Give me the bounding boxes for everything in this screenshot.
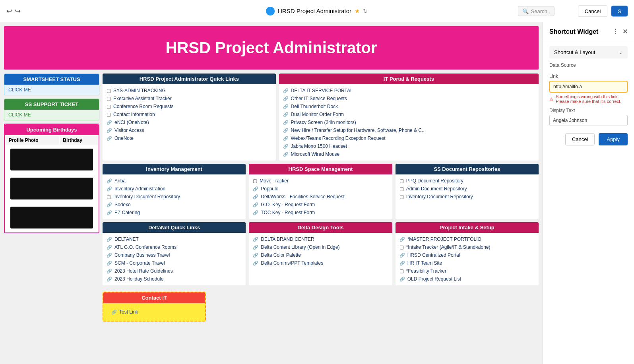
list-item[interactable]: 🔗Company Business Travel [107,251,242,259]
it-portal-cell: IT Portal & Requests 🔗DELTA IT SERVICE P… [279,74,539,161]
list-item[interactable]: 🔗Delta Color Palette [253,251,388,259]
doc-icon: ▢ [107,194,111,199]
shortcut-cancel-button[interactable]: Cancel [565,133,595,145]
smartsheet-status-box: SMARTSHEET STATUS CLICK ME [4,74,99,95]
main-panel: HRSD Project Administrator Quick Links ▢… [103,74,539,321]
list-item[interactable]: ▢SYS-ADMIN TRACKING [107,87,272,95]
delta-design-cell: Delta Design Tools 🔗DELTA BRAND CENTER 🔗… [249,222,392,285]
list-item[interactable]: ▢Executive Assistant Tracker [107,95,272,103]
ss-support-click-link[interactable]: CLICK ME [4,110,99,120]
banner: HRSD Project Administrator [4,26,539,70]
apply-button[interactable]: Apply [599,133,628,145]
ss-document-list: ▢PPQ Document Repository ▢Admin Document… [396,174,539,203]
list-item[interactable]: 🔗TOC Key - Request Form [253,209,388,217]
save-button[interactable]: S [611,6,628,16]
list-item[interactable]: 🔗Test Link [111,308,197,316]
list-item[interactable]: ▢*Feasibility Tracker [399,267,535,275]
list-item[interactable]: 🔗Other IT Service Requests [283,95,535,103]
shortcut-panel-body: Shortcut & Layout ⌄ Data Source Link ⚠ S… [543,41,634,364]
list-item[interactable]: ▢Admin Document Repository [399,185,535,193]
list-item[interactable]: 🔗Jabra Mono 1500 Headset [283,142,535,150]
doc-icon: ▢ [107,88,111,93]
chevron-down-icon: ⌄ [618,49,623,55]
link-icon: 🔗 [107,178,112,184]
list-item[interactable]: 🔗Poppulo [253,185,388,193]
list-item[interactable]: ▢*Intake Tracker (Agile/IT & Stand-alone… [399,243,535,251]
link-icon: 🔗 [107,261,112,266]
list-item[interactable]: 🔗HR IT Team Site [399,259,535,267]
doc-icon: ▢ [107,112,111,117]
cancel-button[interactable]: Cancel [578,5,607,17]
table-row [6,203,98,232]
search-bar[interactable]: 🔍 Search . [518,6,555,16]
list-item[interactable]: 🔗Privacy Screen (24in monitors) [283,118,535,126]
doc-icon: ▢ [253,178,257,184]
list-item[interactable]: 🔗OneNote [107,134,272,142]
list-item[interactable]: 🔗Webex/Teams Recording Exception Request [283,134,535,142]
list-item[interactable]: 🔗2023 Holiday Schedule [107,275,242,283]
link-input[interactable] [549,81,628,93]
display-text-input[interactable] [549,115,628,126]
doc-icon: ▢ [107,104,111,109]
list-item[interactable]: 🔗SCM - Corporate Travel [107,259,242,267]
close-icon[interactable]: ✕ [622,28,628,35]
list-item[interactable]: 🔗Ariba [107,177,242,185]
list-item[interactable]: ▢PPQ Document Repository [399,177,535,185]
undo-button[interactable]: ↩ [6,7,12,15]
hrsd-space-cell: HRSD Space Management ▢Move Tracker 🔗Pop… [249,164,392,219]
doc-icon: ▢ [399,186,404,192]
list-item[interactable]: 🔗Dell Thunderbolt Dock [283,103,535,110]
link-icon: 🔗 [107,237,112,242]
doc-icon: ▢ [107,96,111,101]
list-item[interactable]: 🔗EZ Catering [107,209,242,217]
list-item[interactable]: 🔗DELTANET [107,235,242,243]
redo-button[interactable]: ↪ [15,7,21,15]
list-item[interactable]: 🔗G.O. Key - Request Form [253,201,388,209]
list-item[interactable]: 🔗Sodexo [107,201,242,209]
list-item[interactable]: ▢Move Tracker [253,177,388,185]
list-item[interactable]: 🔗New Hire / Transfer Setup for Hardware,… [283,126,535,134]
list-item[interactable]: 🔗Inventory Administration [107,185,242,193]
list-item[interactable]: 🔗ATL G.O. Conference Rooms [107,243,242,251]
list-item[interactable]: 🔗Delta Comms/PPT Templates [253,259,388,267]
link-icon: 🔗 [399,277,405,282]
more-options-icon[interactable]: ⋮ [612,28,618,35]
list-item[interactable]: 🔗OLD Project Request List [399,275,535,283]
link-icon: 🔗 [283,144,289,149]
ss-support-box: SS SUPPORT TICKET CLICK ME [4,99,99,120]
deltanet-cell: DeltaNet Quick Links 🔗DELTANET 🔗ATL G.O.… [103,222,246,285]
shortcut-layout-row[interactable]: Shortcut & Layout ⌄ [549,46,628,58]
delta-design-list: 🔗DELTA BRAND CENTER 🔗Delta Content Libra… [249,233,392,269]
birthday-col2: Birthday [60,136,98,145]
refresh-icon[interactable]: ↻ [363,8,368,15]
ss-support-header: SS SUPPORT TICKET [4,99,99,110]
list-item[interactable]: 🔗Dual Monitor Order Form [283,110,535,118]
list-item[interactable]: ▢Inventory Document Repository [107,193,242,201]
link-icon: 🔗 [399,253,405,258]
list-item[interactable]: 🔗DELTA BRAND CENTER [253,235,388,243]
link-icon: 🔗 [111,310,117,315]
undo-redo-buttons[interactable]: ↩ ↪ [6,7,21,15]
list-item[interactable]: ▢Inventory Document Repository [399,193,535,201]
list-item[interactable]: ▢Conference Room Requests [107,103,272,110]
link-icon: 🔗 [253,186,258,192]
project-intake-header: Project Intake & Setup [396,222,539,233]
link-icon: 🔗 [399,261,405,266]
list-item[interactable]: 🔗Microsoft Wired Mouse [283,150,535,158]
quick-links-list: ▢SYS-ADMIN TRACKING ▢Executive Assistant… [103,84,276,145]
list-item[interactable]: 🔗HRSD Centralized Portal [399,251,535,259]
list-item[interactable]: 🔗DeltaWorks - Facilities Service Request [253,193,388,201]
list-item[interactable]: 🔗*MASTER PROJECT PORTFOLIO [399,235,535,243]
list-item[interactable]: 🔗DELTA IT SERVICE PORTAL [283,87,535,95]
link-icon: 🔗 [253,261,258,266]
delta-design-header: Delta Design Tools [249,222,392,233]
search-icon: 🔍 [522,8,529,14]
list-item[interactable]: 🔗2023 Hotel Rate Guidelines [107,267,242,275]
favorite-icon[interactable]: ★ [355,8,360,15]
list-item[interactable]: ▢Contact Information [107,110,272,118]
list-item[interactable]: 🔗Visitor Access [107,126,272,134]
contact-it-wrapper: Contact IT 🔗Test Link [103,292,539,321]
list-item[interactable]: 🔗eNCI (OneNote) [107,118,272,126]
list-item[interactable]: 🔗Delta Content Library (Open in Edge) [253,243,388,251]
smartsheet-click-link[interactable]: CLICK ME [4,85,99,95]
